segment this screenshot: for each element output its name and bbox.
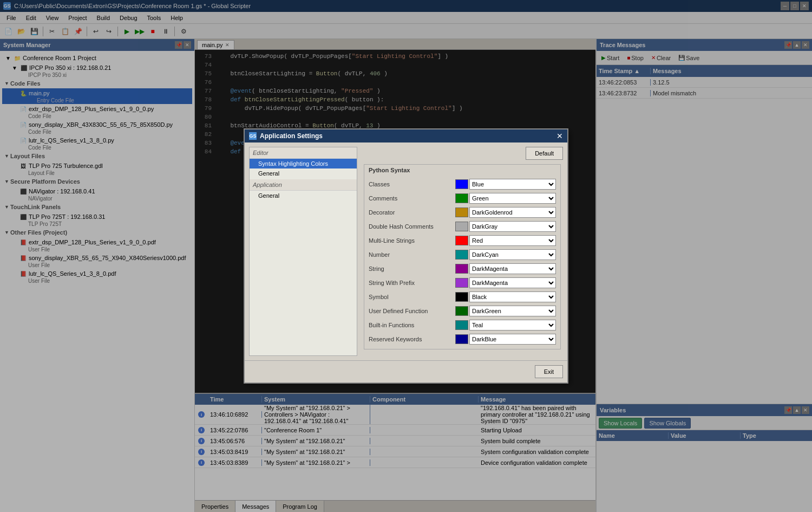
application-settings-modal: GS Application Settings ✕ Editor Syntax … [244,128,568,384]
color-swatch-symbol [455,292,468,302]
modal-content: Python Syntax Classes Blue Comments Gree… [362,162,563,356]
modal-nav-section-editor: Editor [250,147,357,159]
modal-footer: Exit [245,360,567,383]
default-btn[interactable]: Default [526,147,563,160]
color-select-decorator[interactable]: DarkGoldenrod [469,207,556,218]
color-swatch-builtin [455,320,468,330]
modal-icon: GS [249,132,257,140]
color-select-reserved[interactable]: DarkBlue [469,334,556,345]
color-select-stringprefix[interactable]: DarkMagenta [469,277,556,288]
color-swatch-decorator [455,208,468,217]
modal-body: Editor Syntax Highlighting Colors Genera… [245,142,567,360]
color-row-string: String DarkMagenta [369,262,556,275]
color-select-doublehash[interactable]: DarkGray [469,221,556,232]
color-select-builtin[interactable]: Teal [469,320,556,330]
color-swatch-reserved [455,334,468,344]
color-row-string-prefix: String With Prefix DarkMagenta [369,276,556,289]
color-select-classes[interactable]: Blue [469,179,556,190]
color-swatch-number [455,250,468,260]
modal-overlay[interactable]: GS Application Settings ✕ Editor Syntax … [0,0,812,512]
color-select-symbol[interactable]: Black [469,291,556,302]
python-syntax-title: Python Syntax [369,167,556,173]
color-row-builtin: Built-in Functions Teal [369,319,556,332]
color-row-multiline: Multi-Line Strings Red [369,234,556,247]
modal-nav-app-general[interactable]: General [250,191,357,200]
exit-btn[interactable]: Exit [535,365,563,378]
color-select-comments[interactable]: Green [469,193,556,204]
color-swatch-userfunc [455,306,468,316]
color-swatch-multiline [455,236,468,245]
color-row-classes: Classes Blue [369,178,556,191]
modal-nav: Editor Syntax Highlighting Colors Genera… [249,147,357,356]
color-row-user-func: User Defined Function DarkGreen [369,304,556,317]
modal-nav-editor-general[interactable]: General [250,168,357,178]
modal-close-btn[interactable]: ✕ [556,132,563,140]
color-select-multiline[interactable]: Red [469,235,556,246]
color-row-double-hash: Double Hash Comments DarkGray [369,220,556,233]
color-row-comments: Comments Green [369,192,556,205]
modal-nav-syntax-highlighting[interactable]: Syntax Highlighting Colors [250,159,357,168]
modal-title-text: Application Settings [260,132,323,140]
modal-nav-section-application: Application [250,179,357,191]
color-swatch-comments [455,193,468,203]
color-row-number: Number DarkCyan [369,248,556,261]
color-select-number[interactable]: DarkCyan [469,249,556,260]
color-swatch-classes [455,179,468,189]
color-row-reserved: Reserved Keywords DarkBlue [369,333,556,346]
color-swatch-doublehash [455,222,468,231]
color-select-string[interactable]: DarkMagenta [469,263,556,274]
color-swatch-string [455,264,468,274]
modal-title-bar: GS Application Settings ✕ [245,129,567,142]
color-row-symbol: Symbol Black [369,290,556,303]
modal-content-wrapper: Default Python Syntax Classes Blue Comme… [362,147,563,356]
color-swatch-stringprefix [455,278,468,288]
color-row-decorator: Decorator DarkGoldenrod [369,206,556,219]
python-syntax-section: Python Syntax Classes Blue Comments Gree… [364,164,561,349]
color-select-userfunc[interactable]: DarkGreen [469,306,556,316]
